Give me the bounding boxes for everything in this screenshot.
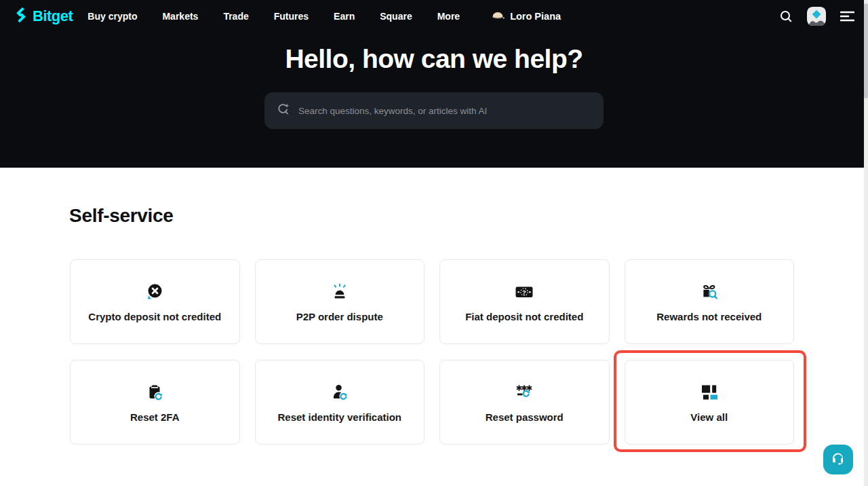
section-heading: Self-service <box>69 205 868 227</box>
scrollbar-track[interactable] <box>864 0 868 486</box>
card-rewards-not-received[interactable]: Rewards not received <box>625 259 795 344</box>
nav-item-loro-piana[interactable]: Loro Piana <box>491 10 561 23</box>
page-title: Hello, how can we help? <box>0 33 868 74</box>
card-view-all[interactable]: View all <box>625 360 795 445</box>
nav-item-trade[interactable]: Trade <box>223 11 248 22</box>
gift-search-icon <box>700 282 719 302</box>
card-label: Reset identity verification <box>277 411 401 423</box>
flat-cap-icon <box>491 10 505 23</box>
siren-icon <box>330 282 349 302</box>
clipboard-refresh-icon <box>145 382 164 403</box>
grid-icon <box>700 382 719 403</box>
card-fiat-deposit-not-credited[interactable]: ? Fiat deposit not credited <box>439 259 610 344</box>
menu-icon[interactable] <box>840 11 854 22</box>
hero-section: Bitget Buy crypto Markets Trade Futures … <box>0 0 868 168</box>
card-label: Crypto deposit not credited <box>88 311 221 322</box>
card-label: Reset password <box>486 411 564 423</box>
card-reset-identity-verification[interactable]: Reset identity verification <box>255 360 425 445</box>
password-refresh-icon <box>514 382 534 403</box>
self-service-section: Self-service Crypto deposit not credited <box>0 205 868 445</box>
banknote-question-icon: ? <box>514 282 534 302</box>
search-input[interactable] <box>298 106 592 116</box>
nav-item-more[interactable]: More <box>437 11 460 22</box>
ai-search-icon <box>276 102 291 119</box>
card-reset-2fa[interactable]: Reset 2FA <box>70 360 240 445</box>
bitget-brand-text: Bitget <box>33 7 73 25</box>
scrollbar-thumb[interactable] <box>864 3 868 98</box>
headset-icon <box>830 451 846 469</box>
promo-label: Loro Piana <box>510 11 561 22</box>
nav-item-square[interactable]: Square <box>380 11 412 22</box>
card-label: View all <box>690 411 728 423</box>
circle-x-icon <box>144 282 165 302</box>
avatar[interactable] <box>807 7 826 26</box>
self-service-grid: Crypto deposit not credited <box>70 259 794 445</box>
support-chat-button[interactable] <box>823 445 853 474</box>
nav-item-earn[interactable]: Earn <box>334 11 355 22</box>
svg-text:?: ? <box>522 288 526 295</box>
nav-item-buy-crypto[interactable]: Buy crypto <box>87 11 137 22</box>
bitget-help-center-page: Bitget Buy crypto Markets Trade Futures … <box>0 0 868 486</box>
bitget-logo[interactable]: Bitget <box>14 7 73 26</box>
card-label: Fiat deposit not credited <box>465 311 583 322</box>
topbar-actions <box>779 7 854 26</box>
card-label: Reset 2FA <box>130 411 180 423</box>
search-icon[interactable] <box>779 10 793 23</box>
card-p2p-order-dispute[interactable]: P2P order dispute <box>255 259 425 344</box>
card-reset-password[interactable]: Reset password <box>439 360 610 445</box>
card-label: Rewards not received <box>656 311 762 322</box>
nav-item-futures[interactable]: Futures <box>274 11 309 22</box>
card-label: P2P order dispute <box>296 311 383 322</box>
card-crypto-deposit-not-credited[interactable]: Crypto deposit not credited <box>70 259 240 344</box>
hero-content: Hello, how can we help? <box>0 33 868 129</box>
nav-menu: Buy crypto Markets Trade Futures Earn Sq… <box>87 10 460 22</box>
person-refresh-icon <box>330 382 349 403</box>
nav-item-markets[interactable]: Markets <box>162 11 198 22</box>
bitget-logo-icon <box>14 7 28 26</box>
ai-search-bar[interactable] <box>264 92 604 129</box>
top-navigation: Bitget Buy crypto Markets Trade Futures … <box>0 0 868 33</box>
